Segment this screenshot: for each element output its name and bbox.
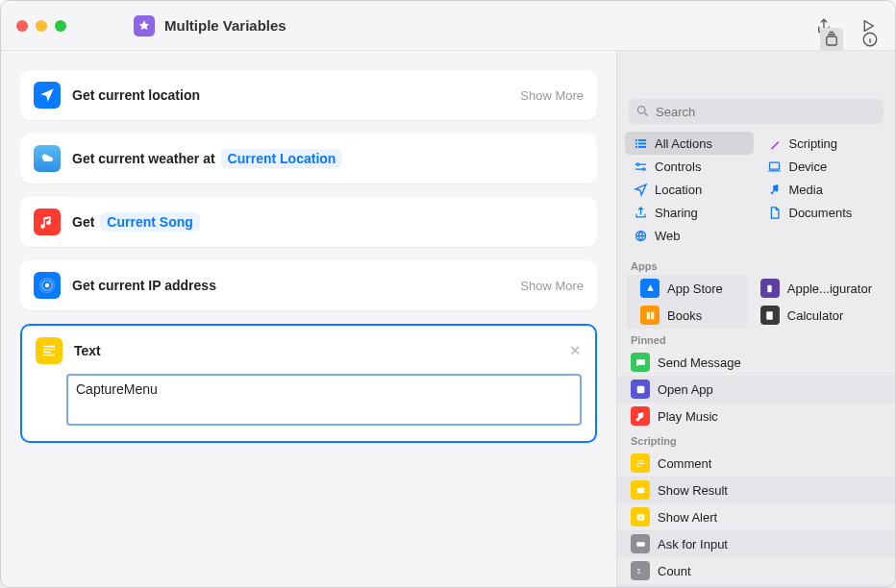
count-icon: Σ bbox=[631, 561, 650, 580]
text-icon bbox=[36, 337, 62, 364]
window: Multiple Variables Get current location … bbox=[0, 0, 896, 588]
action-label: Text bbox=[74, 343, 101, 358]
svg-point-1 bbox=[45, 283, 50, 288]
app-item-appstore[interactable]: App Store bbox=[627, 275, 747, 302]
fullscreen-window-button[interactable] bbox=[55, 20, 66, 32]
category-grid: All Actions Scripting Controls Device Lo… bbox=[617, 132, 895, 255]
location-icon bbox=[34, 82, 61, 109]
library-list[interactable]: Apps App Store Apple...igurator Books Ca… bbox=[617, 255, 895, 587]
network-icon bbox=[34, 272, 61, 299]
category-scripting[interactable]: Scripting bbox=[759, 132, 888, 155]
search-input[interactable] bbox=[629, 99, 884, 124]
action-label: Get current location bbox=[72, 87, 200, 103]
svg-rect-20 bbox=[636, 487, 644, 492]
lib-item-play-music[interactable]: Play Music bbox=[617, 403, 895, 429]
svg-text:Σ: Σ bbox=[636, 568, 640, 575]
svg-rect-23 bbox=[636, 542, 645, 546]
close-window-button[interactable] bbox=[16, 20, 28, 32]
books-icon bbox=[640, 306, 660, 325]
app-item-calculator[interactable]: Calculator bbox=[747, 302, 885, 329]
action-library: All Actions Scripting Controls Device Lo… bbox=[616, 51, 895, 587]
svg-rect-11 bbox=[635, 146, 636, 148]
section-header-pinned: Pinned bbox=[617, 329, 895, 349]
category-sharing[interactable]: Sharing bbox=[625, 201, 754, 224]
category-device[interactable]: Device bbox=[759, 155, 888, 178]
music-icon bbox=[34, 208, 61, 235]
category-media[interactable]: Media bbox=[759, 178, 888, 201]
open-app-icon bbox=[631, 380, 650, 399]
lib-item-ask-input[interactable]: Ask for Input bbox=[617, 530, 895, 557]
action-param[interactable]: Current Location bbox=[221, 149, 343, 168]
shortcut-icon bbox=[134, 15, 155, 37]
titlebar: Multiple Variables bbox=[1, 1, 895, 51]
svg-rect-10 bbox=[638, 142, 646, 144]
minimize-window-button[interactable] bbox=[36, 20, 47, 32]
configurator-icon bbox=[760, 279, 780, 298]
workflow-canvas[interactable]: Get current location Show More Get curre… bbox=[1, 51, 616, 587]
section-header-apps: Apps bbox=[617, 255, 895, 275]
lib-item-send-message[interactable]: Send Message bbox=[617, 349, 895, 376]
comment-icon bbox=[631, 453, 650, 473]
lib-item-comment[interactable]: Comment bbox=[617, 450, 895, 477]
content: Get current location Show More Get curre… bbox=[1, 51, 895, 587]
lib-item-show-alert[interactable]: Show Alert bbox=[617, 503, 895, 530]
svg-point-6 bbox=[638, 107, 646, 114]
show-more-button[interactable]: Show More bbox=[520, 88, 584, 103]
action-text[interactable]: Text ✕ bbox=[20, 324, 597, 443]
action-param[interactable]: Current Song bbox=[100, 212, 199, 232]
svg-rect-18 bbox=[767, 311, 774, 320]
svg-rect-19 bbox=[636, 385, 644, 393]
lib-item-open-app[interactable]: Open App bbox=[617, 376, 895, 403]
text-input-field[interactable] bbox=[66, 374, 582, 426]
search-icon bbox=[635, 104, 650, 118]
category-controls[interactable]: Controls bbox=[625, 155, 754, 178]
weather-icon bbox=[34, 145, 61, 172]
lib-item-count[interactable]: ΣCount bbox=[617, 557, 895, 584]
svg-rect-9 bbox=[635, 142, 636, 144]
svg-rect-15 bbox=[770, 162, 780, 169]
category-web[interactable]: Web bbox=[625, 224, 754, 247]
action-get-song[interactable]: Get Current Song bbox=[20, 197, 597, 247]
svg-point-14 bbox=[642, 167, 645, 170]
search-box bbox=[629, 99, 884, 124]
action-label: Get current weather at bbox=[72, 151, 215, 166]
lib-item-choose-menu[interactable]: Choose from Menu bbox=[617, 584, 895, 587]
svg-point-22 bbox=[639, 516, 641, 518]
action-get-location[interactable]: Get current location Show More bbox=[20, 70, 597, 120]
close-icon[interactable]: ✕ bbox=[569, 342, 582, 359]
result-icon bbox=[631, 480, 650, 500]
message-icon bbox=[631, 353, 650, 372]
show-more-button[interactable]: Show More bbox=[520, 279, 584, 293]
lib-item-show-result[interactable]: Show Result bbox=[617, 477, 895, 503]
action-get-ip[interactable]: Get current IP address Show More bbox=[20, 260, 597, 310]
svg-rect-17 bbox=[768, 284, 772, 292]
svg-point-13 bbox=[636, 162, 639, 165]
action-get-weather[interactable]: Get current weather at Current Location bbox=[20, 134, 597, 184]
category-documents[interactable]: Documents bbox=[759, 201, 888, 224]
svg-rect-8 bbox=[638, 139, 646, 141]
category-all-actions[interactable]: All Actions bbox=[625, 132, 754, 155]
svg-rect-7 bbox=[635, 139, 636, 141]
app-item-configurator[interactable]: Apple...igurator bbox=[747, 275, 885, 302]
action-label: Get bbox=[72, 214, 94, 230]
alert-icon bbox=[631, 507, 650, 527]
appstore-icon bbox=[640, 279, 660, 298]
category-location[interactable]: Location bbox=[625, 178, 754, 201]
app-item-books[interactable]: Books bbox=[627, 302, 747, 329]
window-controls bbox=[16, 20, 66, 32]
calculator-icon bbox=[760, 306, 780, 325]
section-header-scripting: Scripting bbox=[617, 429, 895, 450]
action-label: Get current IP address bbox=[72, 278, 216, 293]
input-icon bbox=[631, 534, 650, 553]
svg-rect-12 bbox=[638, 146, 646, 148]
play-music-icon bbox=[631, 406, 650, 426]
window-title: Multiple Variables bbox=[164, 17, 286, 34]
